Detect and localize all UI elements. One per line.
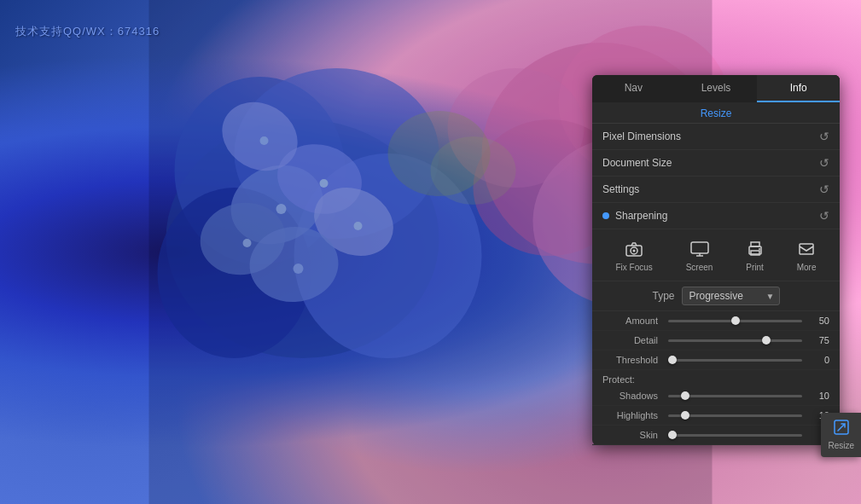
pixel-dimensions-row[interactable]: Pixel Dimensions ↺ [592, 124, 840, 150]
more-button[interactable]: More [790, 238, 823, 275]
tabs-container: Nav Levels Info [592, 75, 840, 102]
amount-slider-row: Amount 50 [592, 311, 840, 331]
settings-label: Settings [602, 183, 639, 195]
type-label: Type [652, 290, 674, 302]
more-icon [798, 241, 815, 259]
document-size-label: Document Size [602, 157, 672, 169]
detail-label: Detail [602, 335, 658, 345]
svg-rect-28 [691, 242, 708, 253]
more-label: More [797, 263, 817, 272]
highlights-slider-row: Highlights 10 [592, 406, 840, 426]
undo-icon-settings: ↺ [819, 182, 829, 196]
undo-icon-pixel: ↺ [819, 130, 829, 143]
amount-label: Amount [602, 316, 658, 326]
shadows-slider-row: Shadows 10 [592, 386, 840, 406]
svg-rect-31 [751, 251, 759, 255]
amount-slider[interactable] [668, 320, 802, 322]
shadows-value: 10 [812, 391, 829, 401]
screen-icon [690, 241, 709, 259]
svg-rect-33 [800, 244, 813, 254]
threshold-slider[interactable] [668, 359, 802, 362]
pixel-dimensions-label: Pixel Dimensions [602, 130, 681, 142]
amount-value: 50 [812, 316, 829, 326]
print-button[interactable]: Print [739, 238, 771, 275]
detail-value: 75 [812, 335, 829, 345]
svg-point-27 [633, 250, 636, 252]
skin-label: Skin [602, 430, 658, 440]
document-size-row[interactable]: Document Size ↺ [592, 150, 840, 177]
skin-slider[interactable] [668, 434, 802, 437]
highlights-slider[interactable] [668, 414, 802, 417]
highlights-label: Highlights [602, 410, 658, 420]
settings-row[interactable]: Settings ↺ [592, 177, 840, 203]
svg-rect-30 [751, 242, 759, 246]
undo-icon-document: ↺ [819, 156, 829, 170]
type-select-wrapper[interactable]: Progressive Sharpen Smart Sharpen Unshar… [682, 287, 780, 305]
resize-link[interactable]: Resize [592, 102, 840, 124]
type-row: Type Progressive Sharpen Smart Sharpen U… [592, 281, 840, 311]
skin-slider-row: Skin 0 [592, 426, 840, 445]
print-icon [747, 241, 764, 259]
type-select[interactable]: Progressive Sharpen Smart Sharpen Unshar… [682, 287, 780, 305]
screen-button[interactable]: Screen [679, 238, 720, 275]
sharpening-row[interactable]: Sharpening ↺ [592, 203, 840, 229]
print-label: Print [746, 263, 764, 272]
threshold-value: 0 [812, 355, 829, 365]
camera-icon [625, 241, 643, 259]
icons-row: Fix Focus Screen Print [592, 229, 840, 281]
screen-label: Screen [686, 263, 713, 272]
tab-info[interactable]: Info [757, 75, 840, 102]
panel: Nav Levels Info Resize Pixel Dimensions … [592, 75, 840, 445]
resize-float-icon [834, 420, 849, 438]
watermark-text: 技术支持QQ/WX：674316 [15, 24, 160, 39]
svg-point-32 [759, 248, 760, 250]
protect-label: Protect: [592, 370, 840, 386]
threshold-slider-row: Threshold 0 [592, 350, 840, 370]
fix-focus-button[interactable]: Fix Focus [608, 238, 659, 275]
shadows-slider[interactable] [668, 395, 802, 397]
detail-slider[interactable] [668, 339, 802, 342]
tab-levels[interactable]: Levels [675, 75, 758, 102]
fix-focus-label: Fix Focus [615, 263, 652, 272]
sharpening-left: Sharpening [602, 210, 667, 222]
shadows-label: Shadows [602, 391, 658, 401]
blue-dot-indicator [602, 212, 609, 219]
threshold-label: Threshold [602, 355, 658, 365]
detail-slider-row: Detail 75 [592, 331, 840, 350]
resize-float-label: Resize [828, 441, 854, 450]
resize-float-button[interactable]: Resize [821, 413, 861, 457]
sharpening-label: Sharpening [615, 210, 667, 222]
tab-nav[interactable]: Nav [592, 75, 675, 102]
undo-icon-sharpening: ↺ [819, 209, 829, 223]
